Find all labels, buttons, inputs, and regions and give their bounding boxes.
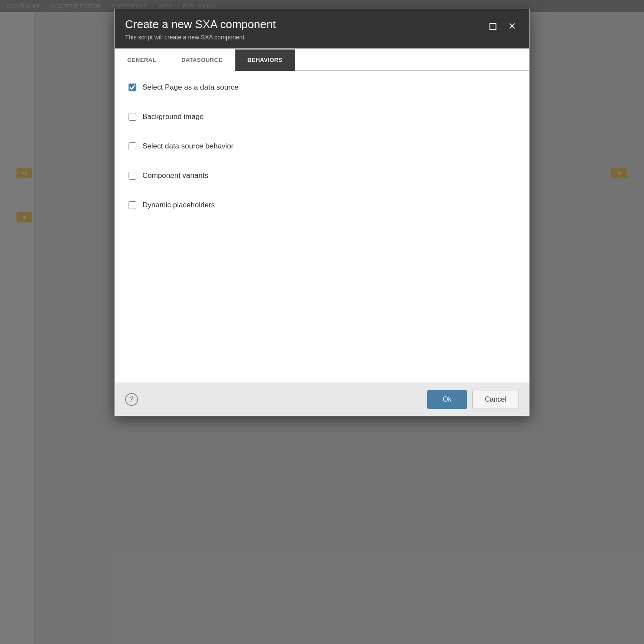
dialog-header-actions: ✕ — [486, 19, 519, 33]
checkbox-background-image: Background image — [129, 113, 515, 121]
help-button[interactable]: ? — [125, 393, 138, 406]
footer-right: Ok Cancel — [427, 390, 519, 409]
select-datasource-label[interactable]: Select data source behavior — [142, 142, 234, 151]
dialog-title: Create a new SXA component — [125, 18, 276, 31]
dialog-tabs: GENERAL DATASOURCE BEHAVIORS — [115, 48, 529, 71]
background-image-label[interactable]: Background image — [142, 113, 204, 121]
checkbox-select-datasource: Select data source behavior — [129, 142, 515, 151]
dialog-header: Create a new SXA component This script w… — [115, 9, 529, 48]
cancel-button[interactable]: Cancel — [472, 390, 519, 409]
tab-behaviors[interactable]: BEHAVIORS — [235, 49, 295, 71]
maximize-button[interactable] — [486, 19, 500, 33]
dialog-title-area: Create a new SXA component This script w… — [125, 18, 276, 41]
checkbox-select-page: Select Page as a data source — [129, 83, 515, 92]
dynamic-placeholders-checkbox[interactable] — [129, 201, 136, 209]
maximize-icon — [489, 23, 496, 30]
background-image-checkbox[interactable] — [129, 113, 136, 121]
select-page-checkbox[interactable] — [129, 84, 136, 91]
dialog-body: Select Page as a data source Background … — [115, 71, 529, 383]
component-variants-checkbox[interactable] — [129, 172, 136, 180]
close-icon: ✕ — [508, 21, 516, 32]
dialog-footer: ? Ok Cancel — [115, 383, 529, 416]
checkbox-component-variants: Component variants — [129, 171, 515, 180]
create-sxa-component-dialog: Create a new SXA component This script w… — [114, 9, 530, 416]
tab-general[interactable]: GENERAL — [115, 49, 169, 71]
component-variants-label[interactable]: Component variants — [142, 171, 208, 180]
dialog-backdrop: Create a new SXA component This script w… — [0, 0, 644, 644]
dialog-subtitle: This script will create a new SXA compon… — [125, 34, 276, 41]
dynamic-placeholders-label[interactable]: Dynamic placeholders — [142, 201, 215, 209]
footer-left: ? — [125, 393, 138, 406]
select-page-label[interactable]: Select Page as a data source — [142, 83, 238, 92]
checkbox-dynamic-placeholders: Dynamic placeholders — [129, 201, 515, 209]
close-button[interactable]: ✕ — [505, 19, 519, 33]
select-datasource-checkbox[interactable] — [129, 142, 136, 150]
tab-datasource[interactable]: DATASOURCE — [169, 49, 235, 71]
ok-button[interactable]: Ok — [427, 390, 467, 409]
